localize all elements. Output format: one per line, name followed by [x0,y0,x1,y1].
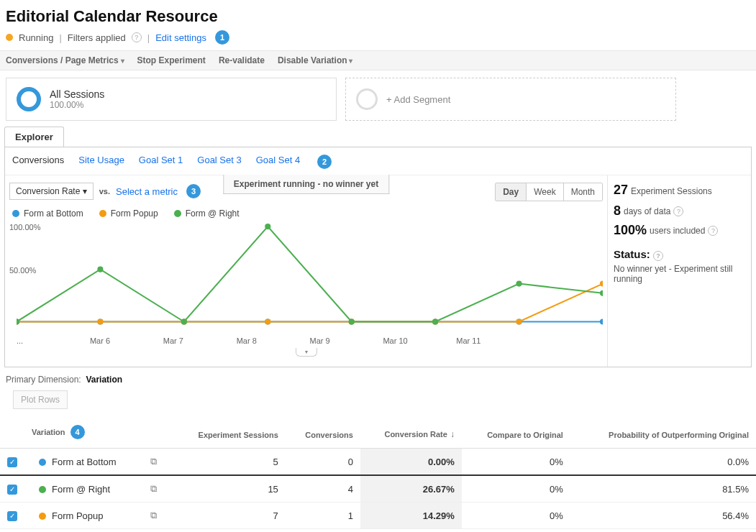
cell-sessions: 7 [172,503,286,529]
subtab-site-usage[interactable]: Site Usage [78,155,124,169]
annotation-badge-3: 3 [186,184,201,198]
row-checkbox[interactable]: ✓ [7,457,17,467]
svg-point-22 [432,318,438,324]
metric-select[interactable]: Conversion Rate ▾ [9,183,94,200]
status-dot [6,34,13,41]
metrics-menu[interactable]: Conversions / Page Metrics [6,55,124,65]
stat-days-l: days of data [624,206,670,216]
add-segment-button[interactable]: + Add Segment [345,78,676,121]
th-probability[interactable]: Probability of Outperforming Original [570,416,756,449]
legend-item[interactable]: Form @ Right [174,208,240,219]
legend-dot [12,210,19,217]
vs-label: vs. [99,187,110,196]
segment-percent: 100.00% [50,100,104,110]
drag-handle[interactable]: ▾ [296,348,317,357]
page-title: Editorial Calendar Resource [6,7,750,26]
help-icon[interactable]: ? [673,206,683,216]
help-icon[interactable]: ? [708,226,718,236]
svg-point-18 [97,267,103,272]
cell-compare: 0% [462,503,570,529]
legend-item[interactable]: Form at Bottom [12,208,83,219]
separator: | [147,32,150,43]
stat-users-n: 100% [614,223,647,238]
legend-item[interactable]: Form Popup [99,208,158,219]
variation-dot [39,486,46,493]
cell-rate: 0.00% [360,449,462,476]
th-sessions[interactable]: Experiment Sessions [172,416,286,449]
granularity-toggle: Day Week Month [495,183,603,201]
x-tick: Mar 11 [456,336,529,345]
chart: 100.00% 50.00% ...Mar 6Mar 7Mar 8Mar 9Ma… [9,223,603,345]
table-row[interactable]: ✓Form at Bottom⧉500.00%0%0.0% [0,449,756,476]
toolbar: Conversions / Page Metrics Stop Experime… [0,50,756,70]
x-tick: Mar 6 [90,336,163,345]
annotation-badge-4: 4 [70,425,85,439]
explorer-panel: Conversions Site Usage Goal Set 1 Goal S… [4,147,752,367]
granularity-week[interactable]: Week [526,183,563,201]
legend-label: Form @ Right [186,208,240,219]
subtab-conversions[interactable]: Conversions [12,155,64,169]
row-checkbox[interactable]: ✓ [7,485,17,495]
disable-variation-menu[interactable]: Disable Variation [278,55,352,65]
svg-point-15 [516,318,522,324]
subtab-goal-set-4[interactable]: Goal Set 4 [256,155,300,169]
status-label: Running [19,32,53,43]
cell-compare: 0% [462,449,570,476]
external-link-icon[interactable]: ⧉ [150,510,157,520]
external-link-icon[interactable]: ⧉ [150,483,157,494]
variation-name: Form @ Right [52,484,110,495]
external-link-icon[interactable]: ⧉ [150,456,157,467]
separator: | [59,32,61,43]
experiment-banner: Experiment running - no winner yet [223,175,389,194]
x-tick: Mar 7 [163,336,237,345]
th-conversions[interactable]: Conversions [286,416,360,449]
th-compare[interactable]: Compare to Original [462,416,570,449]
stat-sessions-n: 27 [614,183,628,198]
legend-label: Form at Bottom [24,208,83,219]
legend-dot [99,210,106,217]
cell-probability: 81.5% [570,475,756,503]
plot-rows-button[interactable]: Plot Rows [13,390,68,409]
svg-point-24 [600,290,603,296]
primary-dimension-value[interactable]: Variation [86,375,122,385]
status-text: No winner yet - Experiment still running [614,264,745,284]
help-icon[interactable]: ? [653,251,663,261]
granularity-day[interactable]: Day [496,183,526,201]
svg-point-19 [181,318,187,324]
svg-point-8 [600,318,603,324]
stat-days-n: 8 [614,203,621,219]
svg-point-20 [265,224,270,229]
experiment-summary: 27Experiment Sessions 8days of data? 100… [607,175,751,367]
edit-settings-link[interactable]: Edit settings [155,32,206,43]
svg-point-21 [349,318,355,324]
th-rate[interactable]: Conversion Rate↓ [360,416,462,449]
cell-rate: 14.29% [360,503,462,529]
chart-legend: Form at BottomForm PopupForm @ Right [12,208,603,219]
cell-sessions: 15 [172,475,286,503]
svg-point-12 [265,318,270,324]
segment-ghost-icon [356,88,378,110]
table-row[interactable]: ✓Form @ Right⧉15426.67%0%81.5% [0,475,756,503]
segment-all-sessions[interactable]: All Sessions 100.00% [6,78,337,121]
table-row[interactable]: ✓Form Popup⧉7114.29%0%56.4% [0,503,756,529]
chart-svg [17,223,603,326]
svg-point-10 [97,318,103,324]
svg-point-16 [600,280,603,286]
tab-explorer[interactable]: Explorer [4,127,64,147]
add-segment-label: + Add Segment [386,94,450,105]
select-metric-link[interactable]: Select a metric [116,186,178,197]
cell-rate: 26.67% [360,475,462,503]
cell-conversions: 4 [286,475,360,503]
x-tick [529,336,603,345]
variations-table: Variation 4 Experiment Sessions Conversi… [0,416,756,529]
granularity-month[interactable]: Month [563,183,602,201]
th-variation[interactable]: Variation [32,428,65,436]
help-icon[interactable]: ? [132,32,142,42]
variation-dot [39,513,46,520]
revalidate-button[interactable]: Re-validate [219,55,265,65]
x-tick: Mar 10 [383,336,456,345]
subtab-goal-set-3[interactable]: Goal Set 3 [197,155,241,169]
stop-experiment-button[interactable]: Stop Experiment [137,55,206,65]
row-checkbox[interactable]: ✓ [7,511,17,521]
subtab-goal-set-1[interactable]: Goal Set 1 [139,155,183,169]
